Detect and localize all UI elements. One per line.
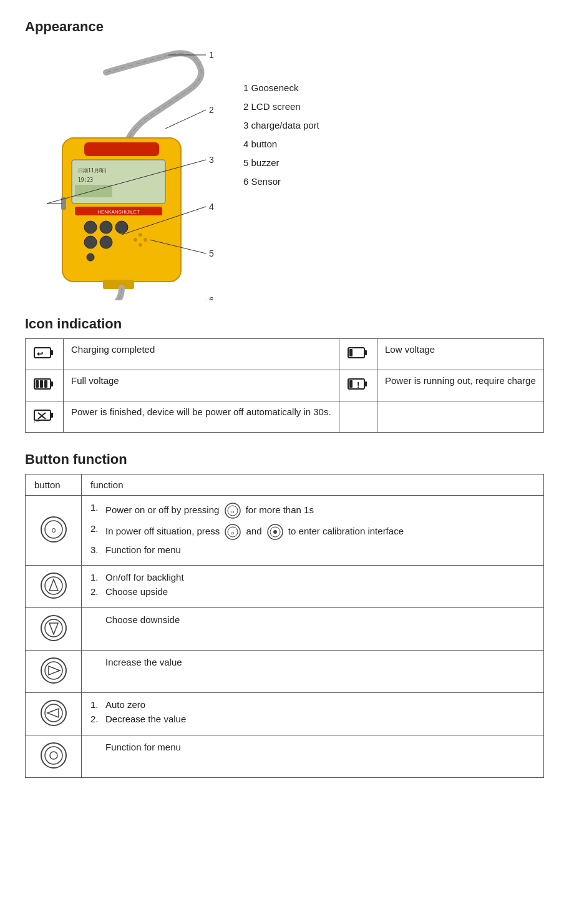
down-fn-list: Choose downside <box>90 614 535 625</box>
part-2: 2 LCD screen <box>243 97 319 116</box>
up-fn-list: 1. On/off for backlight 2. Choose upside <box>90 572 535 597</box>
svg-point-18 <box>134 238 137 242</box>
svg-marker-77 <box>49 666 60 675</box>
part-4: 4 button <box>243 135 319 154</box>
svg-text:5: 5 <box>209 248 214 258</box>
svg-text:↑: ↑ <box>348 386 351 393</box>
part-1: 1 Gooseneck <box>243 79 319 97</box>
up-fn-1: 1. On/off for backlight <box>90 572 535 582</box>
charging-complete-icon: ↩ <box>26 339 64 370</box>
svg-text:6: 6 <box>209 295 214 300</box>
svg-point-10 <box>115 221 128 233</box>
power-fn-3: 3. Function for menu <box>90 544 535 555</box>
svg-marker-80 <box>47 709 59 717</box>
svg-text:o: o <box>231 530 235 536</box>
appearance-section: Appearance 日期11月8日 19:23 <box>25 19 544 297</box>
right-fn-1: Increase the value <box>90 657 535 667</box>
icon-indication-title: Icon indication <box>25 316 544 332</box>
svg-point-9 <box>100 221 112 233</box>
up-button-icon <box>40 572 67 599</box>
svg-point-13 <box>87 253 94 261</box>
svg-point-12 <box>100 236 112 248</box>
svg-rect-45 <box>44 380 47 388</box>
svg-rect-43 <box>36 380 39 388</box>
svg-text:↑×: ↑× <box>33 418 39 424</box>
right-fn-cell: Increase the value <box>82 651 544 693</box>
power-fn-2: 2. In power off situation, press o and t… <box>90 523 535 541</box>
col-function: function <box>82 474 544 496</box>
svg-text:o: o <box>51 526 56 534</box>
icon-indication-section: Icon indication ↩ Charging completed <box>25 316 544 433</box>
down-button-icon <box>40 614 67 642</box>
parts-list: 1 Gooseneck 2 LCD screen 3 charge/data p… <box>243 41 319 191</box>
svg-text:1: 1 <box>209 50 214 60</box>
svg-text:4: 4 <box>209 202 214 212</box>
up-fn-2: 2. Choose upside <box>90 586 535 597</box>
charging-complete-label: Charging completed <box>64 339 339 370</box>
center-fn-1: Function for menu <box>90 742 535 752</box>
button-function-section: Button function button function o <box>25 451 544 778</box>
svg-text:2: 2 <box>209 105 214 115</box>
power-btn-cell: o <box>26 496 82 566</box>
svg-rect-1 <box>84 142 159 156</box>
center-fn-cell: Function for menu <box>82 735 544 778</box>
svg-marker-74 <box>49 623 58 634</box>
right-fn-list: Increase the value <box>90 657 535 667</box>
inline-center-icon <box>266 523 284 541</box>
left-fn-1: 1. Auto zero <box>90 699 535 710</box>
svg-point-17 <box>139 243 142 247</box>
icon-row-3: ↑× Power is finished, device will be pow… <box>26 401 544 433</box>
left-button-icon <box>40 699 67 727</box>
power-button-icon: o <box>40 516 67 543</box>
svg-text:HENKANSHIJILET: HENKANSHIJILET <box>97 209 140 215</box>
svg-point-8 <box>84 221 97 233</box>
svg-point-16 <box>143 238 147 242</box>
svg-point-68 <box>273 530 277 534</box>
svg-point-83 <box>50 752 57 759</box>
right-btn-cell <box>26 651 82 693</box>
power-finished-label: Power is finished, device will be power … <box>64 401 339 433</box>
btn-row-right: Increase the value <box>26 651 544 693</box>
svg-rect-48 <box>364 381 367 386</box>
up-fn-cell: 1. On/off for backlight 2. Choose upside <box>82 566 544 608</box>
down-btn-cell <box>26 608 82 651</box>
power-fn-1: 1. Power on or off by pressing o for mor… <box>90 502 535 519</box>
svg-point-11 <box>84 236 97 248</box>
btn-row-down: Choose downside <box>26 608 544 651</box>
svg-rect-42 <box>51 381 53 386</box>
low-voltage-icon <box>339 339 377 370</box>
svg-point-82 <box>45 747 62 764</box>
left-fn-list: 1. Auto zero 2. Decrease the value <box>90 699 535 724</box>
svg-text:o: o <box>231 509 234 514</box>
svg-rect-19 <box>103 280 134 289</box>
icon-row-1: ↩ Charging completed Low voltage <box>26 339 544 370</box>
part-5: 5 buzzer <box>243 154 319 172</box>
left-btn-cell <box>26 693 82 735</box>
power-finished-icon: ↑× <box>26 401 64 433</box>
part-3: 3 charge/data port <box>243 116 319 135</box>
empty-label <box>377 401 543 433</box>
svg-rect-36 <box>51 350 53 355</box>
svg-text:3: 3 <box>209 155 214 165</box>
center-btn-cell <box>26 735 82 778</box>
button-function-table: button function o <box>25 474 544 778</box>
button-function-title: Button function <box>25 451 544 468</box>
center-fn-list: Function for menu <box>90 742 535 752</box>
svg-marker-71 <box>49 579 58 591</box>
full-voltage-icon <box>26 370 64 401</box>
svg-text:19:23: 19:23 <box>78 177 93 183</box>
down-fn-1: Choose downside <box>90 614 535 625</box>
btn-row-left: 1. Auto zero 2. Decrease the value <box>26 693 544 735</box>
center-button-icon <box>40 742 67 769</box>
svg-rect-40 <box>349 349 353 356</box>
device-diagram: 日期11月8日 19:23 HENKANSHIJILET <box>25 41 218 297</box>
appearance-title: Appearance <box>25 19 544 35</box>
svg-rect-44 <box>40 380 43 388</box>
col-button: button <box>26 474 82 496</box>
down-fn-cell: Choose downside <box>82 608 544 651</box>
svg-rect-53 <box>51 413 53 418</box>
left-fn-2: 2. Decrease the value <box>90 714 535 724</box>
inline-power-icon: o <box>224 502 241 519</box>
running-out-icon: ! ↑ <box>339 370 377 401</box>
btn-row-up: 1. On/off for backlight 2. Choose upside <box>26 566 544 608</box>
